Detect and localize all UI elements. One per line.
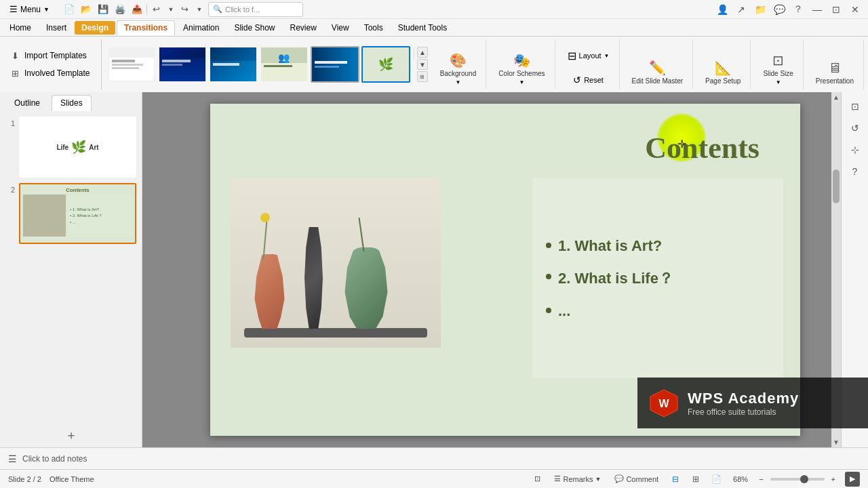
tab-outline[interactable]: Outline <box>5 95 49 111</box>
theme-navigation: ▲ ▼ ⊞ <box>417 39 428 89</box>
theme-3[interactable] <box>209 46 258 83</box>
background-button[interactable]: 🎨 Background ▼ <box>436 49 480 88</box>
themes-strip: 👥 🌿 <box>104 39 414 89</box>
bullet-text-1: 1. What is Art? <box>558 237 662 255</box>
scroll-thumb[interactable] <box>833 169 840 203</box>
tab-animation[interactable]: Animation <box>176 21 226 35</box>
tab-slides[interactable]: Slides <box>52 95 92 111</box>
play-button[interactable]: ▶ <box>845 472 860 487</box>
share-button[interactable]: ↗ <box>732 1 750 18</box>
tab-review[interactable]: Review <box>283 21 323 35</box>
theme-5[interactable] <box>311 46 359 83</box>
bullet-item-1: 1. What is Art? <box>546 237 770 255</box>
wps-logo: W <box>647 386 681 420</box>
zoom-slider[interactable] <box>770 478 825 481</box>
file-search-box[interactable]: 🔍 Click to f... <box>208 2 303 17</box>
right-tool-2[interactable]: ↺ <box>846 119 864 137</box>
slide-image[interactable] <box>231 178 441 348</box>
new-file-button[interactable]: 📄 <box>62 2 77 17</box>
theme-1[interactable] <box>107 46 156 83</box>
page-setup-button[interactable]: 📐 Page Setup <box>701 57 745 88</box>
involved-template-button[interactable]: ⊞ Involved Template <box>4 65 96 81</box>
comments-button[interactable]: 💬 <box>770 1 788 18</box>
right-tool-1[interactable]: ⊡ <box>846 98 864 115</box>
wps-tagline-label: Free office suite tutorials <box>688 407 799 417</box>
tab-tools[interactable]: Tools <box>357 21 390 35</box>
layout-section: ⊟ Layout ▼ ↺ Reset <box>558 39 620 89</box>
save-button[interactable]: 💾 <box>96 2 111 17</box>
content-box[interactable]: 1. What is Art? 2. What is Life？ ... <box>532 178 783 378</box>
add-slide-button[interactable]: ＋ <box>0 423 142 447</box>
undo-dropdown[interactable]: ▼ <box>166 2 176 17</box>
slide-1-thumb[interactable]: Life 🌿 Art <box>19 117 136 178</box>
comment-button[interactable]: 💬 Comment <box>610 473 663 485</box>
flower-stem-1 <box>262 219 267 260</box>
open-button[interactable]: 📂 <box>79 2 94 17</box>
theme-2[interactable] <box>158 46 207 83</box>
zoom-increase-button[interactable]: + <box>827 474 840 485</box>
theme-scroll-down[interactable]: ▼ <box>417 59 428 70</box>
presentation-icon: 🖥 <box>828 60 842 76</box>
tab-view[interactable]: View <box>325 21 356 35</box>
reset-button[interactable]: ↺ Reset <box>569 72 608 88</box>
maximize-button[interactable]: ⊡ <box>827 1 845 18</box>
tab-slideshow[interactable]: Slide Show <box>227 21 281 35</box>
minimize-button[interactable]: — <box>808 1 826 18</box>
slide-title[interactable]: Contents <box>645 131 760 165</box>
close-button[interactable]: ✕ <box>846 1 864 18</box>
color-schemes-button[interactable]: 🎭 Color Schemes ▼ <box>494 49 549 88</box>
tab-design[interactable]: Design <box>75 21 115 35</box>
slide-size-button[interactable]: ⊡ Slide Size ▼ <box>759 49 797 88</box>
slide-1-container: 1 Life 🌿 Art <box>5 117 136 178</box>
reading-view-button[interactable]: 📄 <box>709 472 724 487</box>
zoom-level[interactable]: 68% <box>729 474 752 485</box>
layout-label: Layout <box>579 52 601 60</box>
import-icon: ⬇ <box>9 50 20 61</box>
menu-button[interactable]: ☰ Menu ▼ <box>4 3 55 16</box>
export-button[interactable]: 📤 <box>130 2 144 17</box>
left-panel: Outline Slides 1 Life 🌿 Art 2 <box>0 92 142 447</box>
thumb2-title: Contents <box>23 187 132 193</box>
scroll-down-arrow[interactable]: ▼ <box>833 439 840 446</box>
remarks-button[interactable]: ☰ Remarks ▼ <box>550 473 605 485</box>
theme-scroll-up[interactable]: ▲ <box>417 47 428 58</box>
slide-2-thumb[interactable]: Contents • 1. What is Art? • 2. What is … <box>19 183 136 244</box>
print-button[interactable]: 🖨️ <box>113 2 127 17</box>
notes-placeholder[interactable]: Click to add notes <box>22 454 87 464</box>
right-tool-3[interactable]: ⊹ <box>846 141 864 159</box>
theme-6[interactable]: 🌿 <box>361 46 410 83</box>
normal-view-button[interactable]: ⊟ <box>668 472 683 487</box>
redo-button[interactable]: ↪ <box>178 2 193 17</box>
thumb2-content: • 1. What is Art? • 2. What is Life？ • .… <box>68 195 132 237</box>
tab-student-tools[interactable]: Student Tools <box>391 21 454 35</box>
tab-transitions[interactable]: Transitions <box>117 20 175 35</box>
zoom-decrease-button[interactable]: − <box>755 474 767 485</box>
bullet-dot-1 <box>546 243 551 248</box>
layout-button[interactable]: ⊟ Layout ▼ <box>564 47 614 65</box>
theme-menu[interactable]: ⊞ <box>417 71 428 82</box>
slide-info: Slide 2 / 2 <box>8 475 41 483</box>
tab-home[interactable]: Home <box>3 21 38 35</box>
zoom-area: 68% − + <box>729 474 840 485</box>
presentation-section: 🖥 Presentation <box>806 39 864 89</box>
fit-slide-button[interactable]: ⊡ <box>530 473 545 485</box>
grid-view-button[interactable]: ⊞ <box>688 472 703 487</box>
edit-master-button[interactable]: ✏️ Edit Slide Master <box>628 57 688 88</box>
comment-label: Comment <box>626 475 658 483</box>
right-tool-4[interactable]: ? <box>846 163 864 180</box>
tab-insert[interactable]: Insert <box>39 21 73 35</box>
collab-button[interactable]: 📁 <box>751 1 769 18</box>
scroll-up-arrow[interactable]: ▲ <box>833 94 840 101</box>
zoom-thumb[interactable] <box>800 475 808 483</box>
import-templates-button[interactable]: ⬇ Import Templates <box>4 47 96 64</box>
theme-7[interactable] <box>412 46 414 83</box>
presentation-button[interactable]: 🖥 Presentation <box>812 58 858 88</box>
account-button[interactable]: 👤 <box>713 1 731 18</box>
theme-4[interactable]: 👥 <box>260 46 309 83</box>
remarks-label: Remarks <box>563 475 593 483</box>
redo-dropdown[interactable]: ▼ <box>195 2 204 17</box>
help-button[interactable]: ？ <box>789 1 807 18</box>
bullet-text-3: ... <box>558 302 570 320</box>
undo-button[interactable]: ↩ <box>149 2 164 17</box>
search-text: Click to f... <box>225 5 260 14</box>
